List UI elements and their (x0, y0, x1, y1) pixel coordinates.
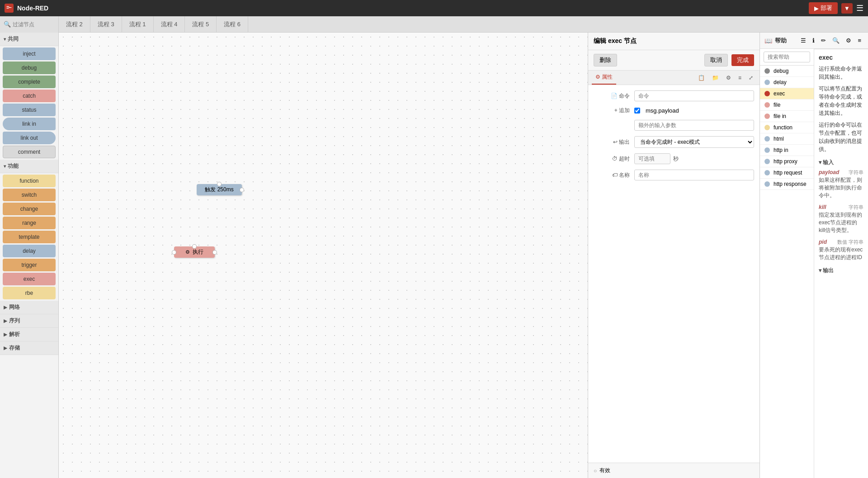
payload-input-type: 字符串 (849, 169, 863, 176)
list-tab-icon[interactable]: ≡ (736, 73, 744, 83)
canvas-exec-node[interactable]: ⚙ 执行 (174, 246, 215, 258)
palette-item-link-in[interactable]: link in (3, 118, 56, 130)
flow-tab-1[interactable]: 流程 1 (122, 16, 154, 33)
palette-item-debug[interactable]: debug (3, 62, 56, 74)
kill-input-desc: 指定发送到现有的exec节点进程的kill信号类型。 (819, 211, 863, 234)
search-box[interactable]: 🔍 (0, 16, 59, 33)
editor-tab-icons: 📋 📁 ⚙ ≡ ⤢ (695, 73, 756, 83)
name-label: 🏷 名称 (594, 171, 630, 179)
help-node-http-proxy[interactable]: http proxy (760, 156, 814, 167)
palette-item-status[interactable]: status (3, 104, 56, 116)
help-search-box[interactable] (760, 49, 814, 66)
file-in-dot (764, 114, 770, 119)
appearance-tab-icon[interactable]: 📁 (709, 73, 722, 83)
hamburger-menu-button[interactable]: ☰ (856, 3, 863, 13)
help-node-exec[interactable]: exec (760, 88, 814, 99)
deploy-button[interactable]: ▶ 部署 (809, 2, 838, 14)
palette-item-exec[interactable]: exec (3, 273, 56, 285)
editor-footer: ○ 有效 (588, 463, 760, 478)
palette-section-storage[interactable]: ▶ 存储 (0, 341, 58, 355)
help-lines-icon[interactable]: ≡ (855, 36, 863, 45)
help-search-input[interactable] (764, 52, 810, 62)
canvas-area[interactable]: 触发 250ms ⚙ 执行 (59, 33, 588, 478)
help-node-file[interactable]: file (760, 99, 814, 111)
help-output-section: ▾ 输出 (819, 267, 863, 274)
palette-item-inject[interactable]: inject (3, 47, 56, 60)
palette-section-network[interactable]: ▶ 网络 (0, 301, 58, 314)
comment-label: comment (6, 149, 52, 155)
help-node-file-in[interactable]: file in (760, 111, 814, 122)
flow-tab-2[interactable]: 流程 2 (59, 16, 90, 33)
payload-input-desc: 如果这样配置，则将被附加到执行命令中。 (819, 176, 863, 199)
complete-label: complete (5, 79, 53, 85)
flow-tab-6[interactable]: 流程 6 (217, 16, 248, 33)
exec-node-port-left (172, 250, 176, 255)
cancel-button[interactable]: 取消 (704, 54, 728, 66)
output-label: ↩ 输出 (594, 138, 630, 146)
flow-tab-3[interactable]: 流程 3 (90, 16, 122, 33)
name-input[interactable] (634, 170, 754, 180)
done-button[interactable]: 完成 (731, 54, 754, 66)
payload-input-name: payload (819, 169, 839, 175)
help-node-debug[interactable]: debug (760, 66, 814, 77)
palette-item-complete[interactable]: complete (3, 76, 56, 88)
trigger-node-port-right (240, 188, 244, 192)
add-checkbox[interactable] (634, 108, 640, 114)
description-tab-icon[interactable]: 📋 (695, 73, 708, 83)
settings-tab-icon[interactable]: ⚙ (723, 73, 734, 83)
expand-tab-icon[interactable]: ⤢ (746, 73, 756, 83)
palette-item-comment[interactable]: comment (3, 146, 56, 158)
palette-section-sequence[interactable]: ▶ 序列 (0, 314, 58, 328)
help-detail1: 可以将节点配置为等待命令完成，或者在命令生成时发送其输出。 (819, 85, 863, 117)
help-list-icon[interactable]: ☰ (798, 36, 808, 45)
flow-tab-4[interactable]: 流程 4 (154, 16, 185, 33)
timeout-input[interactable] (634, 153, 670, 164)
palette-section-parse[interactable]: ▶ 解析 (0, 328, 58, 341)
flow-tab-5[interactable]: 流程 5 (185, 16, 217, 33)
palette-section-common[interactable]: ▾ 共同 (0, 33, 58, 46)
palette-item-function[interactable]: function (3, 175, 56, 187)
rbe-label: rbe (5, 290, 53, 296)
deploy-dropdown-button[interactable]: ▼ (841, 3, 853, 14)
extra-params-input[interactable] (634, 120, 754, 131)
delete-button[interactable]: 删除 (594, 54, 617, 66)
palette-item-delay[interactable]: delay (3, 245, 56, 257)
tab-properties[interactable]: ⚙ 属性 (592, 71, 616, 85)
canvas-trigger-node[interactable]: 触发 250ms (197, 184, 242, 195)
network-label: 网络 (9, 303, 20, 311)
palette-section-function[interactable]: ▾ 功能 (0, 160, 58, 173)
help-node-delay[interactable]: delay (760, 77, 814, 88)
help-node-http-in[interactable]: http in (760, 145, 814, 156)
help-node-http-response[interactable]: http response (760, 179, 814, 190)
http-in-node-label: http in (774, 147, 788, 153)
topbar: Node-RED ▶ 部署 ▼ ☰ (0, 0, 868, 16)
help-node-http-request[interactable]: http request (760, 167, 814, 179)
html-node-label: html (774, 136, 784, 142)
exec-label: exec (5, 276, 53, 282)
palette-item-change[interactable]: change (3, 203, 56, 215)
svg-rect-0 (6, 6, 9, 7)
palette-item-link-out[interactable]: link out (3, 132, 56, 144)
exec-node-help-label: exec (774, 90, 785, 97)
help-node-html[interactable]: html (760, 133, 814, 145)
debug-node-label: debug (774, 68, 788, 74)
command-input[interactable] (634, 90, 754, 101)
help-info-icon[interactable]: ℹ (810, 36, 817, 45)
parse-arrow: ▶ (4, 332, 7, 337)
help-input-section: ▾ 输入 (819, 159, 863, 166)
help-node-function[interactable]: function (760, 122, 814, 133)
palette-item-catch[interactable]: catch (3, 90, 56, 102)
palette-item-template[interactable]: template (3, 231, 56, 243)
help-gear-icon[interactable]: ⚙ (844, 36, 854, 45)
search-input[interactable] (13, 21, 55, 28)
palette-item-switch[interactable]: switch (3, 189, 56, 201)
help-edit-icon[interactable]: ✏ (819, 36, 828, 45)
add-inline: msg.payload (634, 107, 679, 114)
output-select[interactable]: 当命令完成时 - exec模式 当命令产生输出时 - spawn模式 (634, 136, 754, 148)
palette-item-rbe[interactable]: rbe (3, 287, 56, 299)
palette-item-range[interactable]: range (3, 217, 56, 229)
help-search-icon[interactable]: 🔍 (830, 36, 842, 45)
help-prop-pid-input: pid 数值 字符串 要杀死的现有exec节点进程的进程ID (819, 239, 863, 261)
palette-item-trigger[interactable]: trigger (3, 259, 56, 271)
debug-label: debug (5, 65, 53, 71)
